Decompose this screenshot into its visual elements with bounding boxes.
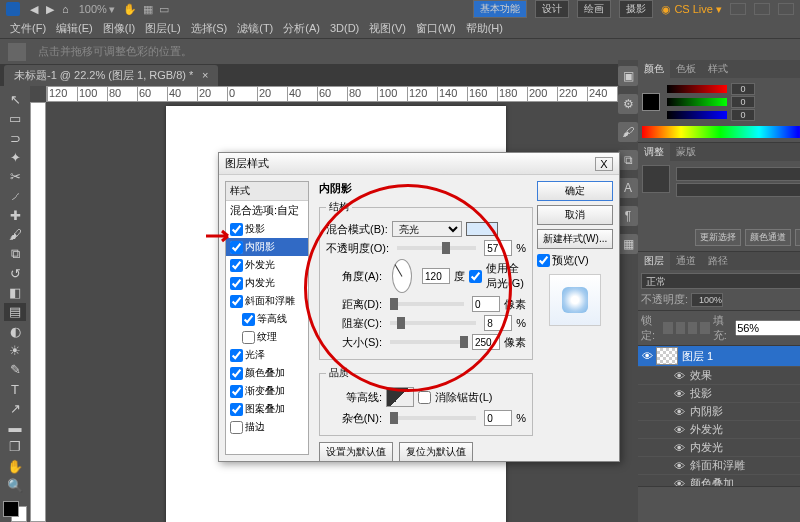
tab-masks[interactable]: 蒙版 [670,143,702,161]
opacity-input[interactable] [484,240,512,256]
choke-slider[interactable] [390,321,476,325]
screen-mode-icon[interactable]: ▭ [159,3,169,16]
size-input[interactable] [472,334,500,350]
window-maximize-icon[interactable] [754,3,770,15]
style-checkbox[interactable] [242,313,255,326]
eyedropper-tool-icon[interactable]: ⟋ [4,187,26,204]
menu-filter[interactable]: 滤镜(T) [233,19,277,38]
nav-fwd-icon[interactable]: ▶ [44,3,56,16]
style-item[interactable]: 渐变叠加 [226,382,308,400]
style-list-header[interactable]: 样式 [226,182,308,201]
style-checkbox[interactable] [230,295,243,308]
tab-adjustments[interactable]: 调整 [638,143,670,161]
global-light-checkbox[interactable] [469,270,482,283]
history-tool-icon[interactable]: ↺ [4,265,26,282]
effect-row[interactable]: 👁投影 [638,385,800,403]
r-input[interactable] [731,83,755,95]
char-panel-icon[interactable]: A [618,178,638,198]
lock-transparency-icon[interactable] [663,322,672,334]
menu-analysis[interactable]: 分析(A) [279,19,324,38]
zoom-dropdown-icon[interactable]: ▾ [109,3,115,16]
menu-layer[interactable]: 图层(L) [141,19,184,38]
move-tool-icon[interactable]: ↖ [4,91,26,108]
menu-edit[interactable]: 编辑(E) [52,19,97,38]
preview-checkbox[interactable] [537,254,550,267]
menu-help[interactable]: 帮助(H) [462,19,507,38]
angle-dial[interactable] [392,259,412,293]
blend-mode-select[interactable]: 正常 [641,273,800,289]
tab-swatches[interactable]: 色板 [670,60,702,78]
color-preview-swatch[interactable] [642,93,660,111]
adjustment-field-2[interactable] [676,183,800,197]
window-minimize-icon[interactable] [730,3,746,15]
make-default-button[interactable]: 设置为默认值 [319,442,393,462]
history-panel-icon[interactable]: ▣ [618,66,638,86]
choke-input[interactable] [484,315,512,331]
menu-image[interactable]: 图像(I) [99,19,139,38]
menu-view[interactable]: 视图(V) [365,19,410,38]
tab-paths[interactable]: 路径 [702,252,734,270]
lock-position-icon[interactable] [688,322,697,334]
cancel-button[interactable]: 取消 [537,205,613,225]
style-checkbox[interactable] [230,259,243,272]
layer-thumb[interactable] [656,347,678,365]
menu-select[interactable]: 选择(S) [187,19,232,38]
antialias-checkbox[interactable] [418,391,431,404]
dialog-close-icon[interactable]: X [595,157,613,171]
style-item[interactable]: 光泽 [226,346,308,364]
nav-back-icon[interactable]: ◀ [28,3,40,16]
stamp-tool-icon[interactable]: ⧉ [4,245,26,262]
style-item[interactable]: 描边 [226,418,308,436]
new-style-button[interactable]: 新建样式(W)... [537,229,613,249]
hand-tool-icon[interactable]: ✋ [123,3,137,16]
workspace-photo-button[interactable]: 摄影 [619,0,653,18]
blend-mode-select[interactable]: 亮光 [392,221,462,237]
dodge-tool-icon[interactable]: ☀ [4,342,26,359]
type-tool-icon[interactable]: T [4,380,26,397]
menu-3d[interactable]: 3D(D) [326,20,363,36]
hand-tool-icon[interactable]: ✋ [4,458,26,475]
effect-row[interactable]: 👁颜色叠加 [638,475,800,486]
fill-input[interactable] [735,320,800,336]
dialog-titlebar[interactable]: 图层样式 X [219,153,619,175]
style-checkbox[interactable] [230,385,243,398]
eraser-tool-icon[interactable]: ◧ [4,284,26,301]
contour-picker[interactable] [386,387,414,407]
style-item[interactable]: 纹理 [226,328,308,346]
b-input[interactable] [731,109,755,121]
visibility-icon[interactable]: 👁 [672,369,686,383]
view-tool-icon[interactable]: ▦ [143,3,153,16]
clone-panel-icon[interactable]: ⧉ [618,150,638,170]
layer-row[interactable]: 👁 图层 1 [638,346,800,367]
noise-slider[interactable] [390,416,476,420]
gradient-tool-icon[interactable]: ▤ [4,303,26,320]
color-channel-button[interactable]: 颜色通道 [745,229,791,246]
style-item[interactable]: 斜面和浮雕 [226,292,308,310]
visibility-icon[interactable]: 👁 [672,405,686,419]
pen-tool-icon[interactable]: ✎ [4,361,26,378]
visibility-icon[interactable]: 👁 [672,459,686,473]
menu-window[interactable]: 窗口(W) [412,19,460,38]
effect-row[interactable]: 👁外发光 [638,421,800,439]
para-panel-icon[interactable]: ¶ [618,206,638,226]
style-item[interactable]: 内发光 [226,274,308,292]
opacity-input[interactable] [691,293,723,307]
style-item[interactable]: 等高线 [226,310,308,328]
effect-row[interactable]: 👁内发光 [638,439,800,457]
swatches-panel-icon[interactable]: ▦ [618,234,638,254]
blending-options-item[interactable]: 混合选项:自定 [226,201,308,220]
lock-pixels-icon[interactable] [676,322,685,334]
style-checkbox[interactable] [230,349,243,362]
tab-layers[interactable]: 图层 [638,252,670,270]
workspace-paint-button[interactable]: 绘画 [577,0,611,18]
brush-tool-icon[interactable]: 🖌 [4,226,26,243]
reset-default-button[interactable]: 复位为默认值 [399,442,473,462]
visibility-icon[interactable]: 👁 [672,477,686,487]
actions-panel-icon[interactable]: ⚙ [618,94,638,114]
angle-input[interactable] [422,268,450,284]
nav-home-icon[interactable]: ⌂ [60,3,71,15]
tab-color[interactable]: 颜色 [638,60,670,78]
style-checkbox[interactable] [230,421,243,434]
effect-row[interactable]: 👁内阴影 [638,403,800,421]
spectrum-picker[interactable] [642,126,800,138]
